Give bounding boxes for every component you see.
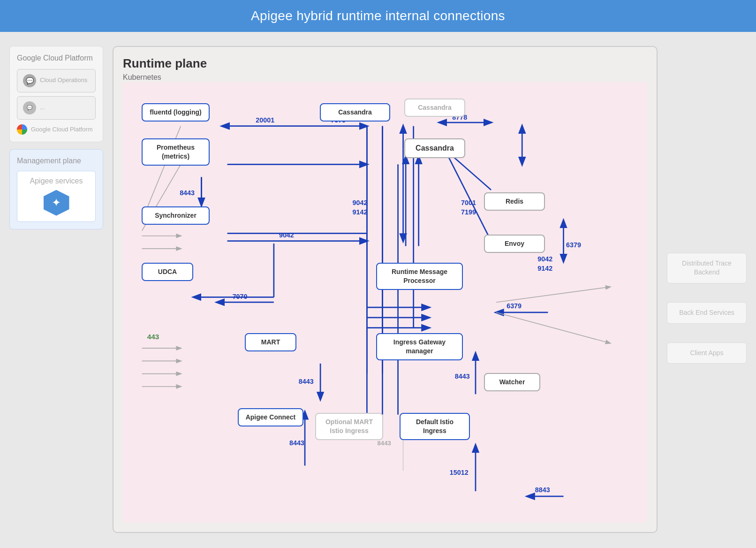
- header-title: Apigee hybrid runtime internal connectio…: [251, 8, 505, 23]
- mgmt-title: Management plane: [17, 157, 96, 165]
- runtime-plane-title: Runtime plane: [123, 56, 647, 71]
- kubernetes-label: Kubernetes: [123, 73, 647, 82]
- node-optional-mart: Optional MART Istio Ingress: [315, 413, 383, 440]
- dots-box: 💬 ...: [17, 96, 96, 120]
- mgmt-plane-box: Management plane Apigee services ✦: [9, 149, 103, 229]
- node-ingress-gw: Ingress Gateway manager: [376, 333, 463, 360]
- node-watcher: Watcher: [484, 373, 540, 391]
- gcp-brand: Google Cloud Platform: [17, 124, 96, 135]
- right-panel: Distributed Trace Backend Back End Servi…: [667, 46, 747, 533]
- node-cassandra2: Cassandra: [404, 99, 465, 117]
- cloud-ops-icon: 💬: [23, 74, 36, 87]
- node-udca: UDCA: [142, 263, 193, 281]
- node-prometheus: Prometheus (metrics): [142, 138, 210, 166]
- dots-label: ...: [40, 104, 45, 112]
- node-mart: MART: [245, 333, 296, 351]
- node-rmp: Runtime Message Processor: [376, 263, 463, 290]
- node-default-istio: Default Istio Ingress: [400, 413, 470, 440]
- main-content: Google Cloud Platform 💬 Cloud Operations…: [0, 32, 756, 547]
- node-synchronizer: Synchronizer: [142, 206, 210, 225]
- node-cassandra3: Cassandra: [404, 138, 465, 158]
- node-cassandra-main: Cassandra: [320, 103, 390, 122]
- cloud-ops-box: 💬 Cloud Operations: [17, 69, 96, 92]
- left-panel: Google Cloud Platform 💬 Cloud Operations…: [9, 46, 103, 533]
- node-envoy: Envoy: [484, 235, 545, 253]
- gcp-logo-icon: [17, 124, 27, 135]
- cloud-ops-label: Cloud Operations: [40, 76, 87, 84]
- apigee-services-label: Apigee services: [23, 177, 90, 185]
- apigee-hex-icon: ✦: [44, 190, 69, 216]
- node-apigee-connect: Apigee Connect: [238, 408, 303, 426]
- gcp-brand-label: Google Cloud Platform: [31, 126, 93, 133]
- distributed-trace-box: Distributed Trace Backend: [667, 253, 747, 283]
- node-redis: Redis: [484, 192, 545, 211]
- gcp-title: Google Cloud Platform: [17, 53, 96, 63]
- diagram-area: Runtime plane Kubernetes: [113, 46, 658, 533]
- back-end-box: Back End Services: [667, 302, 747, 324]
- node-fluentd: fluentd (logging): [142, 103, 210, 122]
- gcp-box: Google Cloud Platform 💬 Cloud Operations…: [9, 46, 103, 142]
- page-header: Apigee hybrid runtime internal connectio…: [0, 0, 756, 32]
- runtime-plane-box: Runtime plane Kubernetes: [113, 46, 658, 533]
- apigee-services-box: Apigee services ✦: [17, 171, 96, 222]
- client-apps-box: Client Apps: [667, 342, 747, 364]
- dots-icon: 💬: [23, 101, 36, 114]
